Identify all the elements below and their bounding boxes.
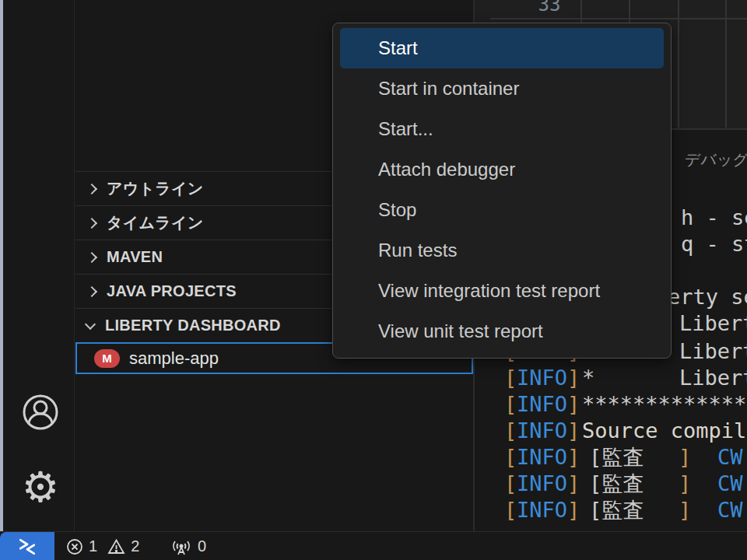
error-count: 1 xyxy=(89,537,97,555)
section-label: MAVEN xyxy=(107,248,163,266)
section-label: JAVA PROJECTS xyxy=(107,282,237,300)
problems-indicator[interactable]: 1 2 xyxy=(65,532,139,560)
ports-count: 0 xyxy=(198,537,206,555)
warning-count: 2 xyxy=(131,537,139,555)
chevron-right-icon xyxy=(86,251,97,262)
maven-badge-icon: M xyxy=(94,349,120,368)
status-bar: 1 2 0 xyxy=(0,531,747,560)
liberty-context-menu: StartStart in containerStart...Attach de… xyxy=(332,23,672,359)
tree-item-label: sample-app xyxy=(129,348,219,369)
table-cell-value: 33 xyxy=(517,0,582,16)
chevron-right-icon xyxy=(86,217,97,228)
menu-item-view-integration-test-report[interactable]: View integration test report xyxy=(340,271,664,311)
menu-item-stop[interactable]: Stop xyxy=(340,190,664,230)
error-icon xyxy=(65,537,84,556)
chevron-down-icon xyxy=(85,318,96,329)
table-grid-line xyxy=(490,18,747,19)
chevron-right-icon xyxy=(86,183,97,194)
section-label: アウトライン xyxy=(107,178,204,199)
vscode-window: ⚙ アウトラインタイムラインMAVENJAVA PROJECTSLIBERTY … xyxy=(0,0,747,560)
broadcast-tower-icon xyxy=(170,537,193,557)
chevron-right-icon xyxy=(86,285,97,296)
remote-icon xyxy=(17,537,37,556)
activity-bar: ⚙ xyxy=(3,0,75,531)
warning-icon xyxy=(107,537,126,556)
section-label: タイムライン xyxy=(107,212,204,233)
tab-debug-console[interactable]: デバッグ xyxy=(685,149,747,170)
menu-item-start-in-container[interactable]: Start in container xyxy=(340,68,664,109)
settings-gear-icon[interactable]: ⚙ xyxy=(20,467,61,507)
menu-item-start[interactable]: Start... xyxy=(340,109,664,149)
remote-indicator-button[interactable] xyxy=(0,532,54,560)
menu-item-start[interactable]: Start xyxy=(340,28,664,68)
ports-indicator[interactable]: 0 xyxy=(170,532,206,560)
menu-item-attach-debugger[interactable]: Attach debugger xyxy=(340,149,664,190)
account-icon[interactable] xyxy=(20,392,61,432)
menu-item-run-tests[interactable]: Run tests xyxy=(340,230,664,271)
menu-item-view-unit-test-report[interactable]: View unit test report xyxy=(340,311,664,352)
section-label: LIBERTY DASHBOARD xyxy=(105,317,281,334)
